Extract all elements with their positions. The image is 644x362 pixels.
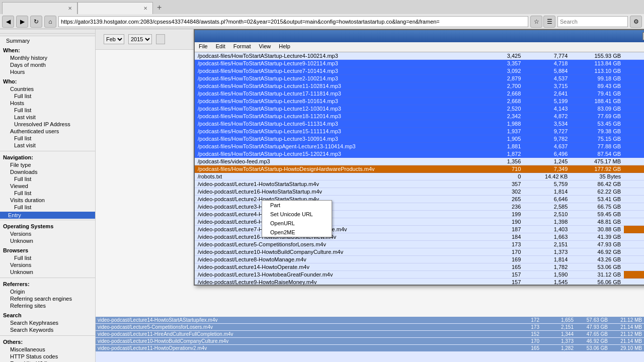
sidebar-item-unresolved-ip[interactable]: Unresolved IP Address <box>2 121 93 128</box>
sidebar-title-when: When: <box>2 46 93 54</box>
context-item-unicode[interactable]: Set Unicode URL <box>262 210 332 219</box>
address-bar[interactable] <box>58 16 528 27</box>
context-item-openurl[interactable]: OpenURL <box>262 219 332 228</box>
forward-button[interactable]: ▶ <box>16 16 28 28</box>
tab-2[interactable]: ✕ <box>77 2 153 14</box>
sidebar-item-versions-os[interactable]: Versions <box>2 230 93 237</box>
sidebar-item-full-list-hosts[interactable]: Full list <box>2 107 93 114</box>
sidebar-section-navigation: Navigation: File type Downloads Full lis… <box>0 152 95 212</box>
context-menu: Part Set Unicode URL OpenURL Open2ME <box>262 200 332 237</box>
menu-edit[interactable]: Edit <box>212 42 229 52</box>
sidebar-title-referrers: Referrers: <box>2 280 93 288</box>
tab-2-close[interactable]: ✕ <box>143 6 147 11</box>
ok-button[interactable] <box>156 34 165 44</box>
sidebar-item-countries[interactable]: Countries <box>2 85 93 93</box>
sidebar-item-versions-browsers[interactable]: Versions <box>2 261 93 268</box>
new-tab-button[interactable]: + <box>153 1 166 14</box>
sidebar-section-when: When: Monthly history Days of month Hour… <box>0 45 95 76</box>
sidebar-item-search-engines[interactable]: Referring search engines <box>2 295 93 302</box>
sidebar-divider-nav <box>0 151 95 151</box>
menu-icon[interactable]: ☰ <box>543 16 555 28</box>
sidebar-item-http-status[interactable]: HTTP Status codes <box>2 353 93 360</box>
menu-view[interactable]: View <box>255 42 275 52</box>
period-year-select[interactable]: 20152014 <box>128 34 152 44</box>
home-button[interactable]: ⌂ <box>44 16 56 28</box>
back-button[interactable]: ◀ <box>2 16 14 28</box>
sidebar-section-who: Who: Countries Full list Hosts Full list… <box>0 76 95 150</box>
tab-1-close[interactable]: ✕ <box>68 6 72 11</box>
search-input[interactable] <box>557 16 628 27</box>
bottom-row-item: video-podcast/Lecture11-HireAndCultureFu… <box>96 331 644 337</box>
sidebar-item-full-list-visits[interactable]: Full list <box>2 204 93 211</box>
menu-format[interactable]: Format <box>229 42 255 52</box>
sidebar-title-who: Who: <box>2 77 93 85</box>
settings-icon[interactable]: ⚙ <box>630 16 642 28</box>
sidebar-item-miscellaneous[interactable]: Miscellaneous <box>2 346 93 353</box>
context-item-open2me[interactable]: Open2ME <box>262 228 332 237</box>
main-area: Summary When: Monthly history Days of mo… <box>0 29 644 362</box>
sidebar-section-search: Search Search Keyphrases Search Keywords <box>0 310 95 334</box>
sidebar-item-referring-sites[interactable]: Referring sites <box>2 302 93 309</box>
sidebar-item-days-of-month[interactable]: Days of month <box>2 61 93 68</box>
sidebar-section-browsers: Browsers Full list Versions Unknown <box>0 245 95 277</box>
bottom-rows: video-podcast/Lecture14-HowtoStartAStart… <box>96 317 644 362</box>
sidebar-section-os: Operating Systems Versions Unknown <box>0 221 95 245</box>
sidebar-item-unknown-os[interactable]: Unknown <box>2 237 93 244</box>
sidebar-divider-os <box>0 220 95 220</box>
sidebar-item-origin[interactable]: Origin <box>2 288 93 295</box>
menu-file[interactable]: File <box>195 42 212 52</box>
sidebar-item-keywords[interactable]: Search Keywords <box>2 326 93 333</box>
menu-help[interactable]: Help <box>275 42 294 52</box>
sidebar: Summary When: Monthly history Days of mo… <box>0 29 96 362</box>
period-month-select[interactable]: FebJanMar <box>104 34 124 44</box>
bottom-row-item: video-podcast/Lecture10-HowtoBuildCompan… <box>96 338 644 344</box>
sidebar-divider-others <box>0 335 95 336</box>
bottom-row-item: video-podcast/Lecture11-HowtoOperationv2… <box>96 345 644 351</box>
sidebar-item-file-type[interactable]: File type <box>2 161 93 168</box>
sidebar-item-authenticated-users[interactable]: Authenticated users <box>2 128 93 135</box>
sidebar-section-others: Others: Miscellaneous HTTP Status codes … <box>0 337 95 362</box>
sidebar-title-os: Operating Systems <box>2 222 93 230</box>
reload-button[interactable]: ↻ <box>30 16 42 28</box>
sidebar-item-visits-duration[interactable]: Visits duration <box>2 197 93 204</box>
nav-bar: ◀ ▶ ↻ ⌂ ☆ ☰ ⚙ <box>0 14 644 29</box>
sidebar-item-full-list-countries[interactable]: Full list <box>2 93 93 100</box>
sidebar-title-navigation: Navigation: <box>2 153 93 161</box>
notepad-content[interactable]: /podcast-files/HowToStartAStartup-Lectur… <box>195 52 644 285</box>
sidebar-item-entry[interactable]: Entry <box>0 212 95 219</box>
sidebar-divider-referrers <box>0 278 95 278</box>
sidebar-item-summary[interactable]: Summary <box>2 37 93 44</box>
stats-for-label <box>0 29 95 34</box>
sidebar-item-downloads[interactable]: Downloads <box>2 168 93 175</box>
sidebar-title-browsers: Browsers <box>2 246 93 254</box>
sidebar-item-monthly-history[interactable]: Monthly history <box>2 54 93 61</box>
sidebar-item-last-visit-auth[interactable]: Last visit <box>2 142 93 149</box>
tab-1[interactable]: ✕ <box>2 2 77 14</box>
bookmark-icon[interactable]: ☆ <box>530 16 542 28</box>
sidebar-item-keyphrases[interactable]: Search Keyphrases <box>2 319 93 326</box>
sidebar-title-others: Others: <box>2 338 93 346</box>
sidebar-item-unknown-browsers[interactable]: Unknown <box>2 268 93 276</box>
tab-bar: ✕ ✕ + <box>0 0 644 14</box>
sidebar-title-search: Search <box>2 311 93 319</box>
browser-chrome: ✕ ✕ + ◀ ▶ ↻ ⌂ ☆ ☰ ⚙ <box>0 0 644 29</box>
sidebar-item-hosts[interactable]: Hosts <box>2 100 93 107</box>
bottom-row-item: video-podcast/Lecture5-CompetitionsforLo… <box>96 324 644 330</box>
sidebar-item-full-list-browsers[interactable]: Full list <box>2 254 93 261</box>
sidebar-item-error-hits[interactable]: Error Hits (404) <box>2 360 93 362</box>
sidebar-item-full-list-viewed[interactable]: Full list <box>2 190 93 197</box>
bottom-row-item: video-podcast/Lecture14-HowtoStartAStart… <box>96 317 644 323</box>
nav-icons: ☆ ☰ <box>530 16 555 28</box>
notepad-window: _ □ ✕ File Edit Format View Help /podcas… <box>194 29 644 286</box>
sidebar-section-referrers: Referrers: Origin Referring search engin… <box>0 279 95 310</box>
context-item-part[interactable]: Part <box>262 201 332 210</box>
sidebar-item-viewed[interactable]: Viewed <box>2 183 93 190</box>
notepad-data-table: /podcast-files/HowToStartAStartup-Lectur… <box>195 52 644 285</box>
sidebar-section-summary: Summary <box>0 36 95 45</box>
sidebar-item-last-visit-hosts[interactable]: Last visit <box>2 114 93 121</box>
notepad-titlebar: _ □ ✕ <box>195 30 644 42</box>
sidebar-item-full-list-downloads[interactable]: Full list <box>2 175 93 183</box>
notepad-menu: File Edit Format View Help <box>195 42 644 52</box>
sidebar-item-full-list-auth[interactable]: Full list <box>2 135 93 142</box>
sidebar-item-hours[interactable]: Hours <box>2 68 93 75</box>
